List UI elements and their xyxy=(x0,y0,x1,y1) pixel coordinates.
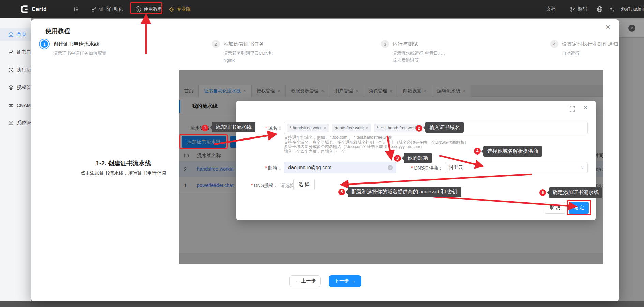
nav-tutorial-label: 使用教程 xyxy=(144,6,163,12)
sidebar-item-auth[interactable]: 授权管理 xyxy=(0,82,31,94)
home-icon xyxy=(8,32,14,37)
sidebar-item-cert-automation[interactable]: 证书自动化 xyxy=(0,46,31,58)
step-number: 1 xyxy=(43,42,45,47)
email-input[interactable]: xiaojunnuo@qq.com xyxy=(284,162,396,173)
collapse-menu-button[interactable] xyxy=(73,0,79,18)
nav-source-label: 源码 xyxy=(578,6,587,12)
step-4-desc: 自动运行 xyxy=(562,49,623,57)
domain-tags-input[interactable]: *.handsfree.work× handsfree.work× *.test… xyxy=(284,122,588,134)
required-mark: * xyxy=(265,165,267,171)
greeting-text: 您好, admin xyxy=(621,6,644,12)
required-mark: * xyxy=(411,165,413,171)
step-number: 2 xyxy=(214,42,217,47)
dns-auth-select-button[interactable]: 选 择 xyxy=(293,179,315,190)
menu-fold-icon xyxy=(73,6,79,12)
domain-tag: *.test.handsfree.work× xyxy=(374,124,424,132)
user-greeting[interactable]: 您好, admin xyxy=(621,0,644,18)
dns-provider-label: *DNS提供商： xyxy=(386,165,443,171)
vip-tag-icon xyxy=(169,7,174,12)
sidebar-label: 证书自动化 xyxy=(17,49,31,55)
fullscreen-icon[interactable] xyxy=(570,106,575,112)
top-navbar: Certd 证书自动化 ? 使用教程 专业版 文档 源码 xyxy=(0,0,644,18)
step-2-desc: 演示部署到阿里云CDN和Nginx xyxy=(223,49,282,64)
tag-close-icon[interactable]: × xyxy=(366,126,368,130)
arrow-left-icon: ← xyxy=(295,278,299,284)
step-3-circle: 3 xyxy=(381,40,389,48)
dimmed-tab-strip: × xyxy=(619,19,644,38)
step-2-circle: 2 xyxy=(212,40,220,48)
nav-cert-label: 证书自动化 xyxy=(99,6,123,12)
step-1-circle: 1 xyxy=(40,39,49,49)
gear-icon xyxy=(8,120,14,126)
step-4-label: 设置定时执行和邮件通知 xyxy=(562,41,618,47)
target-icon xyxy=(8,85,14,90)
domain-help-text: 支持通配符域名，例如： *.foo.com 、 *.test.handsfree… xyxy=(284,135,468,154)
nav-pro-label: 专业版 xyxy=(177,6,191,12)
domain-tag: *.handsfree.work× xyxy=(287,124,329,132)
prev-step-label: 上一步 xyxy=(301,278,316,284)
dns-auth-placeholder: 请选择 xyxy=(280,182,295,189)
step-2-label: 添加部署证书任务 xyxy=(223,41,264,47)
dns-auth-label: *DNS授权： xyxy=(236,182,278,189)
nav-docs-link[interactable]: 文档 xyxy=(546,0,556,18)
app-logo[interactable]: Certd xyxy=(20,0,47,18)
nav-pro-edition[interactable]: 专业版 xyxy=(169,0,191,18)
git-branch-icon xyxy=(570,6,575,12)
step-connector xyxy=(112,44,207,44)
next-step-label: 下一步 xyxy=(334,278,349,284)
clock-icon xyxy=(8,67,14,73)
tag-close-icon[interactable]: × xyxy=(419,126,421,130)
email-value: xiaojunnuo@qq.com xyxy=(288,165,331,170)
certd-logo-icon xyxy=(20,4,29,14)
sidebar-item-system[interactable]: 系统管理 xyxy=(0,117,31,129)
sidebar-item-cname[interactable]: CNAME xyxy=(0,99,31,112)
step-number: 4 xyxy=(553,42,555,47)
sidebar-label: 系统管理 xyxy=(17,120,31,126)
step-connector xyxy=(267,44,379,44)
step-number: 3 xyxy=(384,42,386,47)
dns-provider-select[interactable]: 阿里云 ∨ xyxy=(445,162,588,173)
left-sidebar: 首页 证书自动化 执行历史 授权管理 CNAME 系统管理 xyxy=(0,18,31,301)
line-chart-icon xyxy=(8,49,14,55)
step-3-desc: 演示流水线运行,查看日志，成功后跳过等 xyxy=(392,49,448,64)
sidebar-item-home[interactable]: 首页 xyxy=(0,28,31,41)
tag-close-icon[interactable]: × xyxy=(324,126,326,130)
sidebar-item-history[interactable]: 执行历史 xyxy=(0,64,31,76)
nav-tutorial[interactable]: ? 使用教程 xyxy=(136,0,163,18)
prev-step-button[interactable]: ← 上一步 xyxy=(289,275,321,287)
tutorial-title: 使用教程 xyxy=(45,27,70,35)
theme-sparkle-button[interactable] xyxy=(609,0,615,18)
key-icon xyxy=(91,6,97,12)
required-mark: * xyxy=(265,125,267,131)
dialog-close-icon[interactable]: × xyxy=(583,103,587,112)
modal-close-button[interactable]: × xyxy=(605,23,610,31)
dns-provider-value: 阿里云 xyxy=(449,164,463,171)
step-connector xyxy=(411,44,550,44)
sidebar-label: CNAME xyxy=(17,103,31,108)
arrow-right-icon: → xyxy=(351,278,356,284)
ok-button[interactable]: 确 定 xyxy=(569,202,589,214)
close-all-icon: × xyxy=(628,25,635,32)
language-globe-button[interactable] xyxy=(597,0,603,18)
chevron-down-icon: ∨ xyxy=(581,165,584,170)
nav-source-link[interactable]: 源码 xyxy=(570,0,587,18)
nav-docs-label: 文档 xyxy=(546,6,556,12)
domain-label: *域名： xyxy=(236,125,282,131)
question-circle-icon: ? xyxy=(136,6,141,12)
globe-icon xyxy=(597,6,603,12)
sparkles-icon xyxy=(609,6,615,12)
step-1-label: 创建证书申请流水线 xyxy=(53,41,99,47)
nav-cert-automation[interactable]: 证书自动化 xyxy=(91,0,123,18)
sidebar-label: 授权管理 xyxy=(17,85,31,91)
section-description: 点击添加证书流水线，填写证书申请信息 xyxy=(80,170,166,176)
step-1-desc: 演示证书申请任务如何配置 xyxy=(53,49,108,57)
next-step-button[interactable]: 下一步 → xyxy=(329,275,361,287)
email-label: *邮箱： xyxy=(236,165,282,171)
link-icon xyxy=(8,103,14,108)
dimmed-background-bottom xyxy=(0,301,644,307)
cancel-button[interactable]: 取 消 xyxy=(545,202,565,214)
dimmed-background-right: × xyxy=(619,18,644,301)
sidebar-label: 首页 xyxy=(17,31,26,38)
add-pipeline-dialog: × *域名： *.handsfree.work× handsfree.work×… xyxy=(236,101,596,220)
brand-name: Certd xyxy=(32,6,47,12)
